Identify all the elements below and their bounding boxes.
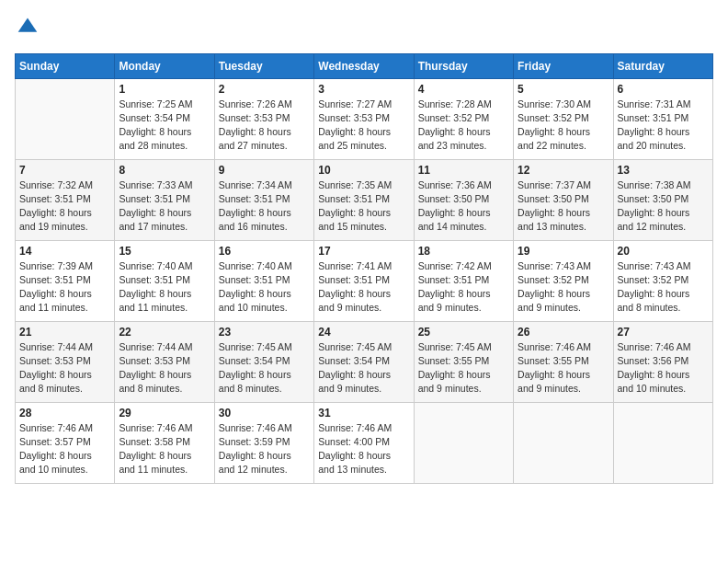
calendar-cell: 13Sunrise: 7:38 AM Sunset: 3:50 PM Dayli…	[613, 159, 712, 240]
day-number: 6	[618, 83, 709, 96]
calendar-cell: 27Sunrise: 7:46 AM Sunset: 3:56 PM Dayli…	[613, 321, 712, 402]
day-info: Sunrise: 7:44 AM Sunset: 3:53 PM Dayligh…	[19, 340, 110, 396]
day-info: Sunrise: 7:33 AM Sunset: 3:51 PM Dayligh…	[119, 178, 210, 235]
day-number: 14	[19, 245, 110, 258]
day-info: Sunrise: 7:26 AM Sunset: 3:53 PM Dayligh…	[219, 98, 310, 154]
calendar-cell	[514, 402, 613, 483]
calendar-cell: 19Sunrise: 7:43 AM Sunset: 3:52 PM Dayli…	[514, 240, 613, 321]
calendar-table: SundayMondayTuesdayWednesdayThursdayFrid…	[15, 53, 713, 484]
day-number: 26	[518, 326, 609, 339]
day-number: 21	[19, 326, 110, 339]
calendar-cell: 28Sunrise: 7:46 AM Sunset: 3:57 PM Dayli…	[16, 402, 115, 483]
day-number: 2	[219, 83, 310, 96]
day-number: 10	[318, 164, 409, 177]
calendar-week-4: 21Sunrise: 7:44 AM Sunset: 3:53 PM Dayli…	[16, 321, 713, 402]
day-info: Sunrise: 7:25 AM Sunset: 3:54 PM Dayligh…	[119, 98, 210, 154]
calendar-week-5: 28Sunrise: 7:46 AM Sunset: 3:57 PM Dayli…	[16, 402, 713, 483]
day-info: Sunrise: 7:46 AM Sunset: 4:00 PM Dayligh…	[318, 421, 409, 477]
day-number: 16	[219, 245, 310, 258]
weekday-header-sunday: Sunday	[16, 53, 115, 78]
calendar-cell: 2Sunrise: 7:26 AM Sunset: 3:53 PM Daylig…	[214, 78, 313, 159]
calendar-header: SundayMondayTuesdayWednesdayThursdayFrid…	[16, 53, 713, 78]
calendar-cell: 7Sunrise: 7:32 AM Sunset: 3:51 PM Daylig…	[16, 159, 115, 240]
calendar-week-2: 7Sunrise: 7:32 AM Sunset: 3:51 PM Daylig…	[16, 159, 713, 240]
day-info: Sunrise: 7:36 AM Sunset: 3:50 PM Dayligh…	[418, 178, 509, 235]
day-info: Sunrise: 7:30 AM Sunset: 3:52 PM Dayligh…	[518, 98, 609, 154]
calendar-cell: 5Sunrise: 7:30 AM Sunset: 3:52 PM Daylig…	[514, 78, 613, 159]
day-info: Sunrise: 7:35 AM Sunset: 3:51 PM Dayligh…	[318, 178, 409, 235]
calendar-week-3: 14Sunrise: 7:39 AM Sunset: 3:51 PM Dayli…	[16, 240, 713, 321]
day-info: Sunrise: 7:42 AM Sunset: 3:51 PM Dayligh…	[418, 259, 509, 316]
day-number: 11	[418, 164, 509, 177]
day-info: Sunrise: 7:32 AM Sunset: 3:51 PM Dayligh…	[19, 178, 110, 235]
weekday-header-row: SundayMondayTuesdayWednesdayThursdayFrid…	[16, 53, 713, 78]
day-info: Sunrise: 7:41 AM Sunset: 3:51 PM Dayligh…	[318, 259, 409, 316]
day-number: 30	[219, 407, 310, 419]
calendar-cell: 15Sunrise: 7:40 AM Sunset: 3:51 PM Dayli…	[115, 240, 214, 321]
day-number: 29	[119, 407, 210, 419]
calendar-cell: 14Sunrise: 7:39 AM Sunset: 3:51 PM Dayli…	[16, 240, 115, 321]
calendar-cell: 16Sunrise: 7:40 AM Sunset: 3:51 PM Dayli…	[214, 240, 313, 321]
day-number: 15	[119, 245, 210, 258]
weekday-header-thursday: Thursday	[414, 53, 513, 78]
day-info: Sunrise: 7:40 AM Sunset: 3:51 PM Dayligh…	[119, 259, 210, 316]
day-info: Sunrise: 7:45 AM Sunset: 3:54 PM Dayligh…	[318, 340, 409, 396]
calendar-cell: 8Sunrise: 7:33 AM Sunset: 3:51 PM Daylig…	[115, 159, 214, 240]
day-number: 18	[418, 245, 509, 258]
day-info: Sunrise: 7:37 AM Sunset: 3:50 PM Dayligh…	[518, 178, 609, 235]
day-info: Sunrise: 7:46 AM Sunset: 3:58 PM Dayligh…	[119, 421, 210, 477]
weekday-header-friday: Friday	[514, 53, 613, 78]
day-info: Sunrise: 7:46 AM Sunset: 3:56 PM Dayligh…	[618, 340, 709, 396]
weekday-header-wednesday: Wednesday	[314, 53, 414, 78]
logo	[15, 15, 39, 42]
day-number: 19	[518, 245, 609, 258]
logo-icon	[17, 15, 39, 37]
calendar-body: 1Sunrise: 7:25 AM Sunset: 3:54 PM Daylig…	[16, 78, 713, 483]
day-number: 8	[119, 164, 210, 177]
day-number: 22	[119, 326, 210, 339]
day-number: 9	[219, 164, 310, 177]
calendar-cell: 3Sunrise: 7:27 AM Sunset: 3:53 PM Daylig…	[314, 78, 414, 159]
day-number: 5	[518, 83, 609, 96]
day-info: Sunrise: 7:44 AM Sunset: 3:53 PM Dayligh…	[119, 340, 210, 396]
calendar-cell: 30Sunrise: 7:46 AM Sunset: 3:59 PM Dayli…	[214, 402, 313, 483]
day-info: Sunrise: 7:43 AM Sunset: 3:52 PM Dayligh…	[518, 259, 609, 316]
calendar-cell: 25Sunrise: 7:45 AM Sunset: 3:55 PM Dayli…	[414, 321, 513, 402]
day-info: Sunrise: 7:31 AM Sunset: 3:51 PM Dayligh…	[618, 98, 709, 154]
day-number: 3	[318, 83, 409, 96]
weekday-header-monday: Monday	[115, 53, 214, 78]
day-info: Sunrise: 7:40 AM Sunset: 3:51 PM Dayligh…	[219, 259, 310, 316]
day-info: Sunrise: 7:39 AM Sunset: 3:51 PM Dayligh…	[19, 259, 110, 316]
day-info: Sunrise: 7:43 AM Sunset: 3:52 PM Dayligh…	[618, 259, 709, 316]
calendar-cell: 12Sunrise: 7:37 AM Sunset: 3:50 PM Dayli…	[514, 159, 613, 240]
day-number: 24	[318, 326, 409, 339]
calendar-cell: 31Sunrise: 7:46 AM Sunset: 4:00 PM Dayli…	[314, 402, 414, 483]
day-number: 1	[119, 83, 210, 96]
calendar-cell	[414, 402, 513, 483]
day-info: Sunrise: 7:38 AM Sunset: 3:50 PM Dayligh…	[618, 178, 709, 235]
calendar-cell: 17Sunrise: 7:41 AM Sunset: 3:51 PM Dayli…	[314, 240, 414, 321]
calendar-week-1: 1Sunrise: 7:25 AM Sunset: 3:54 PM Daylig…	[16, 78, 713, 159]
day-number: 12	[518, 164, 609, 177]
day-number: 23	[219, 326, 310, 339]
weekday-header-tuesday: Tuesday	[214, 53, 313, 78]
calendar-cell: 10Sunrise: 7:35 AM Sunset: 3:51 PM Dayli…	[314, 159, 414, 240]
calendar-cell: 4Sunrise: 7:28 AM Sunset: 3:52 PM Daylig…	[414, 78, 513, 159]
day-number: 25	[418, 326, 509, 339]
calendar-cell: 18Sunrise: 7:42 AM Sunset: 3:51 PM Dayli…	[414, 240, 513, 321]
calendar-cell: 6Sunrise: 7:31 AM Sunset: 3:51 PM Daylig…	[613, 78, 712, 159]
calendar-cell: 29Sunrise: 7:46 AM Sunset: 3:58 PM Dayli…	[115, 402, 214, 483]
calendar-cell: 9Sunrise: 7:34 AM Sunset: 3:51 PM Daylig…	[214, 159, 313, 240]
day-number: 4	[418, 83, 509, 96]
calendar-cell: 23Sunrise: 7:45 AM Sunset: 3:54 PM Dayli…	[214, 321, 313, 402]
calendar-cell: 24Sunrise: 7:45 AM Sunset: 3:54 PM Dayli…	[314, 321, 414, 402]
day-info: Sunrise: 7:45 AM Sunset: 3:55 PM Dayligh…	[418, 340, 509, 396]
day-number: 17	[318, 245, 409, 258]
calendar-cell: 26Sunrise: 7:46 AM Sunset: 3:55 PM Dayli…	[514, 321, 613, 402]
calendar-cell: 21Sunrise: 7:44 AM Sunset: 3:53 PM Dayli…	[16, 321, 115, 402]
day-info: Sunrise: 7:45 AM Sunset: 3:54 PM Dayligh…	[219, 340, 310, 396]
day-number: 27	[618, 326, 709, 339]
calendar-cell: 22Sunrise: 7:44 AM Sunset: 3:53 PM Dayli…	[115, 321, 214, 402]
day-number: 31	[318, 407, 409, 419]
calendar-cell	[16, 78, 115, 159]
